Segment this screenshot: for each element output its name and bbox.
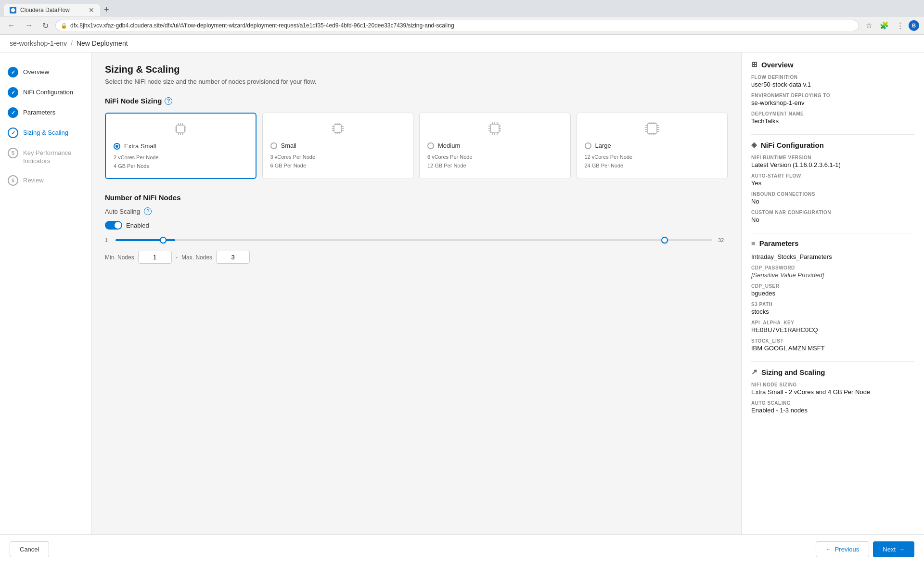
cdp-user-value: bguedes [751,290,914,297]
panel-sizing-section: ↗ Sizing and Scaling NIFI NODE SIZING Ex… [751,368,914,414]
step-indicator-review: 6 [8,175,18,186]
node-card-extra-small[interactable]: Extra Small 2 vCores Per Node 4 GB Per N… [105,113,257,179]
footer: Cancel ← Previous Next → [0,534,924,554]
environment-value: se-workshop-1-env [751,99,914,106]
inbound-connections-label: INBOUND CONNECTIONS [751,192,914,197]
node-specs-large: 12 vCores Per Node 24 GB Per Node [585,153,720,170]
sidebar-item-sizing[interactable]: ✓ Sizing & Scaling [0,123,91,143]
previous-button[interactable]: ← Previous [816,541,870,554]
max-nodes-input[interactable] [216,251,250,264]
svg-rect-27 [490,124,499,133]
radio-extra-small[interactable] [114,143,120,150]
node-specs-small: 3 vCores Per Node 6 GB Per Node [270,153,406,170]
extensions-button[interactable]: 🧩 [877,20,892,31]
overview-icon: ⊞ [751,60,757,69]
tab-close-button[interactable]: ✕ [89,7,94,13]
min-nodes-input[interactable] [138,251,172,264]
auto-scaling-panel-value: Enabled - 1-3 nodes [751,407,914,414]
slider-thumb-right[interactable] [661,237,668,244]
max-nodes-label: Max. Nodes [181,254,212,261]
s3-path-field: S3 PATH stocks [751,302,914,315]
radio-large[interactable] [585,142,591,149]
environment-label: ENVIRONMENT DEPLOYING TO [751,93,914,98]
nifi-node-sizing-title: NiFi Node Sizing ? [105,97,728,105]
slider-container: 1 32 [105,237,728,243]
tab-title: Cloudera DataFlow [20,7,70,13]
next-button[interactable]: Next → [873,541,914,554]
sidebar-item-overview[interactable]: ✓ Overview [0,62,91,82]
node-card-medium[interactable]: Medium 6 vCores Per Node 12 GB Per Node [419,113,571,179]
stock-list-value: IBM GOOGL AMZN MSFT [751,345,914,352]
step-indicator-kpi: 5 [8,148,18,158]
cancel-button[interactable]: Cancel [10,541,49,554]
sidebar-item-parameters[interactable]: ✓ Parameters [0,103,91,123]
environment-field: ENVIRONMENT DEPLOYING TO se-workshop-1-e… [751,93,914,106]
flow-definition-label: FLOW DEFINITION [751,75,914,80]
auto-start-label: AUTO-START FLOW [751,173,914,179]
sidebar-item-nifi-configuration[interactable]: ✓ NiFi Configuration [0,82,91,103]
forward-button[interactable]: → [22,20,36,31]
node-name-medium: Medium [438,142,460,149]
auto-scaling-label: Auto Scaling [105,208,140,215]
custom-nar-label: CUSTOM NAR CONFIGURATION [751,210,914,215]
slider-track[interactable] [116,239,712,241]
slider-min-label: 1 [105,237,110,243]
node-card-small[interactable]: Small 3 vCores Per Node 6 GB Per Node [262,113,414,179]
cdp-password-label: CDP_PASSWORD [751,265,914,270]
sidebar-label-params: Parameters [23,107,55,117]
node-name-small: Small [281,142,297,149]
auto-scaling-info-icon[interactable]: ? [144,207,152,215]
panel-nifi-title: ◈ NiFi Configuration [751,141,914,149]
app-header: se-workshop-1-env / New Deployment [0,35,924,52]
nodes-section: Number of NiFi Nodes Auto Scaling ? Enab… [105,193,728,264]
sidebar-item-review[interactable]: 6 Review [0,170,91,191]
nifi-icon: ◈ [751,141,757,149]
breadcrumb-separator: / [71,39,73,47]
browser-toolbar: ← → ↻ 🔒 dfx.8jhx1vcv.xfaz-gdb4.cloudera.… [0,17,924,34]
node-specs-extra-small: 2 vCores Per Node 4 GB Per Node [114,154,248,170]
node-card-large[interactable]: Large 12 vCores Per Node 24 GB Per Node [577,113,728,179]
node-specs-medium: 6 vCores Per Node 12 GB Per Node [427,153,563,170]
sidebar-label-review: Review [23,175,44,185]
node-name-extra-small: Extra Small [124,142,156,150]
bookmark-star-button[interactable]: ☆ [863,20,875,31]
nifi-sizing-info-icon[interactable]: ? [165,97,172,105]
back-button[interactable]: ← [5,20,18,31]
new-tab-button[interactable]: + [100,3,113,17]
auto-scaling-toggle[interactable] [105,221,122,230]
toolbar-actions: ☆ 🧩 ⋮ B [863,20,919,31]
custom-nar-field: CUSTOM NAR CONFIGURATION No [751,210,914,223]
tab-favicon [10,7,16,13]
nifi-node-sizing-panel-label: NIFI NODE SIZING [751,382,914,387]
api-alpha-key-value: RE0BU7VE1RAHC0CQ [751,326,914,333]
min-max-row: Min. Nodes - Max. Nodes [105,251,728,264]
chip-icon-large [585,121,720,136]
prev-arrow-icon: ← [826,546,832,553]
address-bar[interactable]: 🔒 dfx.8jhx1vcv.xfaz-gdb4.cloudera.site/d… [55,20,859,31]
panel-overview-section: ⊞ Overview FLOW DEFINITION user50-stock-… [751,60,914,125]
slider-thumb-left[interactable] [160,237,167,244]
profile-avatar[interactable]: B [909,20,919,31]
svg-rect-1 [177,125,184,133]
parameters-group-value: Intraday_Stocks_Parameters [751,253,914,260]
toggle-knob [115,222,121,229]
api-alpha-key-field: API_ALPHA_KEY RE0BU7VE1RAHC0CQ [751,320,914,333]
breadcrumb-page: New Deployment [77,39,128,47]
sidebar-label-sizing: Sizing & Scaling [23,128,68,137]
active-tab[interactable]: Cloudera DataFlow ✕ [4,4,100,16]
menu-button[interactable]: ⋮ [894,20,907,31]
sidebar-item-kpi[interactable]: 5 Key Performance Indicators [0,143,91,170]
radio-small[interactable] [270,142,277,149]
panel-sizing-title: ↗ Sizing and Scaling [751,368,914,376]
next-arrow-icon: → [898,546,905,553]
auto-scaling-row: Auto Scaling ? [105,207,728,215]
step-indicator-overview: ✓ [8,67,18,77]
chip-icon-small [270,121,406,136]
reload-button[interactable]: ↻ [39,20,51,31]
min-max-dash: - [176,254,178,261]
node-name-large: Large [595,142,611,149]
step-indicator-sizing: ✓ [8,128,18,138]
cdp-user-field: CDP_USER bguedes [751,283,914,297]
cdp-password-value: [Sensitive Value Provided] [751,271,914,279]
radio-medium[interactable] [427,142,434,149]
